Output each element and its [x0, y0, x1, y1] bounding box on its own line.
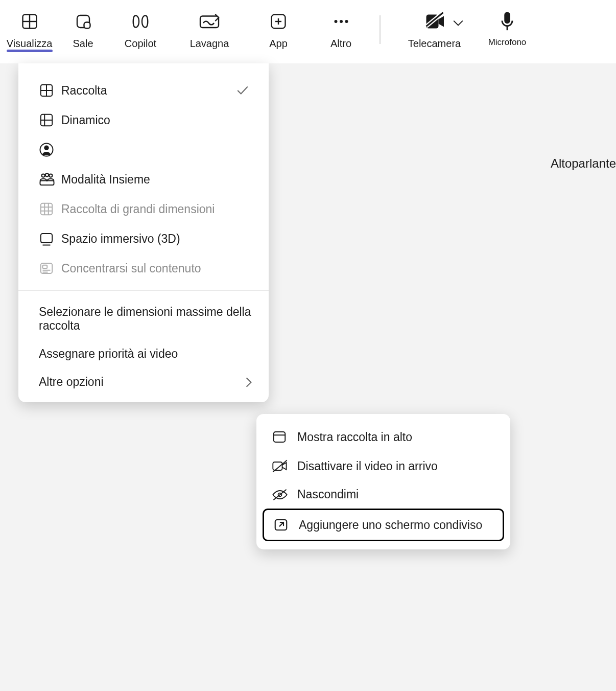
svg-rect-38: [274, 432, 286, 442]
large-gallery-label: Raccolta di grandi dimensioni: [61, 202, 252, 216]
people-icon: [39, 172, 61, 187]
copilot-icon: [129, 10, 152, 33]
chevron-right-icon: [245, 377, 252, 388]
speaker-label: Altoparlante: [551, 156, 616, 171]
disable-incoming-video-option[interactable]: Disattivare il video in arrivo: [263, 452, 504, 480]
grid-dynamic-icon: [39, 112, 61, 128]
whiteboard-button[interactable]: Lavagna: [174, 3, 245, 49]
content-focus-icon: [39, 261, 61, 276]
whiteboard-icon: [198, 10, 221, 33]
view-button[interactable]: Visualizza: [0, 3, 59, 49]
camera-off-icon: [423, 10, 446, 33]
prioritize-label: Assegnare priorità ai video: [39, 347, 252, 361]
svg-point-24: [42, 174, 45, 177]
mic-label: Microfono: [488, 38, 527, 48]
hide-me-label: Nascondimi: [297, 488, 359, 501]
large-gallery-option[interactable]: Raccolta di grandi dimensioni: [18, 194, 269, 224]
focus-content-option[interactable]: Concentrarsi sul contenuto: [18, 254, 269, 283]
copilot-button[interactable]: Copilot: [107, 3, 174, 49]
add-shared-screen-option[interactable]: Aggiungere uno schermo condiviso: [263, 509, 504, 541]
view-dropdown: Raccolta Dinamico Modalità Insie: [18, 63, 269, 402]
svg-point-10: [340, 20, 343, 23]
svg-point-11: [345, 20, 348, 23]
copilot-label: Copilot: [125, 38, 156, 49]
popout-icon: [273, 517, 299, 533]
rooms-button[interactable]: Sale: [59, 3, 107, 49]
hide-me-option[interactable]: Nascondimi: [263, 480, 504, 509]
grid-3x3-icon: [39, 201, 61, 217]
max-gallery-size-option[interactable]: Selezionare le dimensioni massime della …: [18, 298, 269, 340]
more-options-submenu: Mostra raccolta in alto Disattivare il v…: [256, 414, 510, 549]
gallery-option[interactable]: Raccolta: [18, 76, 269, 105]
apps-label: App: [269, 38, 288, 49]
immersive-3d-option[interactable]: Spazio immersivo (3D): [18, 224, 269, 254]
add-screen-label: Aggiungere uno schermo condiviso: [299, 518, 482, 532]
eye-off-icon: [272, 488, 297, 501]
svg-point-9: [334, 20, 337, 23]
camera-label: Telecamera: [408, 38, 461, 49]
immersive-label: Spazio immersivo (3D): [61, 232, 252, 246]
video-off-icon: [272, 459, 297, 473]
meeting-toolbar: Visualizza Sale Copilot Lavagna: [0, 0, 616, 63]
more-button[interactable]: Altro: [312, 3, 370, 49]
mic-button[interactable]: Microfono: [479, 3, 535, 48]
check-icon: [236, 85, 252, 96]
together-mode-option[interactable]: Modalità Insieme: [18, 165, 269, 194]
show-top-label: Mostra raccolta in alto: [297, 430, 412, 444]
gallery-label: Raccolta: [61, 84, 236, 98]
max-size-label: Selezionare le dimensioni massime della …: [39, 305, 252, 333]
dynamic-label: Dinamico: [61, 113, 252, 127]
menu-divider: [18, 290, 269, 291]
more-options-label: Altre opzioni: [39, 375, 245, 389]
svg-rect-5: [200, 16, 219, 28]
svg-rect-4: [84, 22, 90, 29]
svg-point-25: [45, 173, 49, 176]
svg-rect-33: [41, 234, 53, 243]
chevron-down-icon: [453, 19, 464, 27]
panel-top-icon: [272, 429, 297, 445]
together-label: Modalità Insieme: [61, 173, 252, 187]
prioritize-video-option[interactable]: Assegnare priorità ai video: [18, 340, 269, 368]
more-options-option[interactable]: Altre opzioni: [18, 368, 269, 396]
grid-icon: [20, 10, 39, 33]
svg-rect-28: [41, 203, 53, 215]
apps-button[interactable]: App: [245, 3, 312, 49]
speaker-option[interactable]: [18, 135, 269, 165]
svg-rect-35: [43, 265, 48, 268]
svg-rect-14: [504, 12, 510, 24]
person-circle-icon: [39, 142, 61, 157]
focus-label: Concentrarsi sul contenuto: [61, 262, 252, 275]
disable-video-label: Disattivare il video in arrivo: [297, 459, 438, 473]
toolbar-separator: [380, 15, 381, 44]
more-label: Altro: [330, 38, 351, 49]
immersive-icon: [39, 231, 61, 246]
show-gallery-top-option[interactable]: Mostra raccolta in alto: [263, 422, 504, 452]
rooms-label: Sale: [73, 38, 93, 49]
svg-rect-40: [273, 462, 282, 470]
whiteboard-label: Lavagna: [190, 38, 229, 49]
dynamic-option[interactable]: Dinamico: [18, 105, 269, 135]
svg-point-23: [44, 146, 49, 150]
svg-point-26: [49, 174, 52, 177]
view-label: Visualizza: [7, 38, 53, 49]
camera-button[interactable]: Telecamera: [390, 3, 479, 49]
svg-line-13: [426, 13, 443, 27]
plus-box-icon: [269, 10, 288, 33]
rooms-icon: [74, 10, 92, 33]
grid-2x2-icon: [39, 83, 61, 98]
mic-icon: [500, 10, 515, 33]
ellipsis-icon: [331, 10, 351, 33]
